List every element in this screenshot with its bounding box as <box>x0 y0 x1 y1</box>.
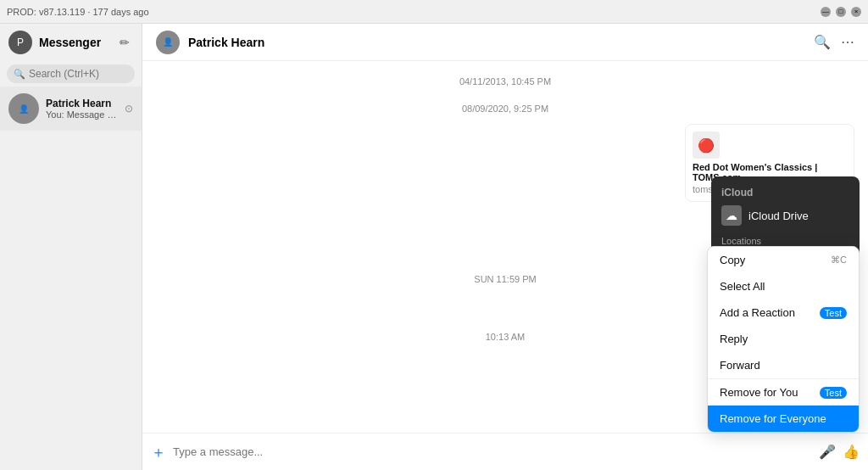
emoji-button[interactable]: 🎤 <box>819 444 836 460</box>
icloud-title: iCloud <box>721 187 849 199</box>
select-all-label: Select All <box>720 280 765 293</box>
close-button[interactable]: × <box>851 7 861 17</box>
locations-title: Locations <box>721 236 849 246</box>
icloud-drive-label: iCloud Drive <box>748 210 809 222</box>
context-remove-everyone[interactable]: Remove for Everyone <box>708 406 859 432</box>
conv-avatar: 👤 <box>8 93 39 124</box>
context-add-reaction[interactable]: Add a Reaction Test <box>708 299 859 326</box>
message-input[interactable] <box>173 445 812 458</box>
sidebar: P Messenger ✏ 🔍 👤 Patrick Hearn You: Mes… <box>0 24 142 470</box>
add-reaction-label: Add a Reaction <box>720 306 795 319</box>
icloud-drive-row[interactable]: ☁ iCloud Drive <box>721 205 849 226</box>
icloud-drive-icon: ☁ <box>721 205 742 226</box>
chat-header-actions: 🔍 ⋯ <box>814 34 854 50</box>
search-icon: 🔍 <box>14 69 25 80</box>
conv-name: Patrick Hearn <box>46 98 118 109</box>
conversation-item[interactable]: 👤 Patrick Hearn You: Message · Just now … <box>0 87 142 131</box>
remove-you-label: Remove for You <box>720 386 798 399</box>
conv-info: Patrick Hearn You: Message · Just now <box>46 98 118 120</box>
chat-search-button[interactable]: 🔍 <box>814 34 831 50</box>
settings-icon[interactable]: ⊙ <box>125 103 133 115</box>
input-actions: 🎤 👍 <box>819 444 860 460</box>
date-divider-2: 08/09/2020, 9:25 PM <box>156 104 854 114</box>
context-copy[interactable]: Copy ⌘C <box>708 247 859 273</box>
context-select-all[interactable]: Select All <box>708 273 859 299</box>
chat-header: 👤 Patrick Hearn 🔍 ⋯ <box>142 24 868 61</box>
reply-label: Reply <box>720 333 748 345</box>
sidebar-header: P Messenger ✏ <box>0 24 142 61</box>
context-remove-you[interactable]: Remove for You Test <box>708 379 859 406</box>
chat-header-avatar: 👤 <box>156 31 180 54</box>
titlebar: PROD: v87.13.119 · 177 days ago — □ × <box>0 0 868 24</box>
remove-everyone-label: Remove for Everyone <box>720 412 826 425</box>
window-controls[interactable]: — □ × <box>821 7 861 17</box>
conv-preview: You: Message · Just now <box>46 109 118 120</box>
maximize-button[interactable]: □ <box>836 7 846 17</box>
copy-shortcut: ⌘C <box>831 255 847 266</box>
copy-label: Copy <box>720 254 745 266</box>
remove-you-badge: Test <box>820 387 847 399</box>
chat-more-button[interactable]: ⋯ <box>841 34 854 50</box>
date-divider-1: 04/11/2013, 10:45 PM <box>156 76 854 87</box>
search-input[interactable] <box>29 68 156 80</box>
compose-icon: ✏ <box>120 36 130 49</box>
user-avatar: P <box>8 31 32 54</box>
reaction-badge: Test <box>820 307 847 319</box>
context-reply[interactable]: Reply <box>708 326 859 352</box>
context-forward[interactable]: Forward <box>708 352 859 378</box>
add-attachment-button[interactable]: ＋ <box>151 442 166 462</box>
titlebar-version: PROD: v87.13.119 · 177 days ago <box>7 7 149 17</box>
search-bar[interactable]: 🔍 <box>7 64 135 83</box>
chat-header-name: Patrick Hearn <box>188 36 805 49</box>
chat-input-bar: ＋ 🎤 👍 <box>142 433 868 470</box>
app-body: P Messenger ✏ 🔍 👤 Patrick Hearn You: Mes… <box>0 24 868 470</box>
context-menu: Copy ⌘C Select All Add a Reaction Test R… <box>707 246 860 433</box>
link-card-icon: 🔴 <box>693 131 720 159</box>
minimize-button[interactable]: — <box>821 7 831 17</box>
like-button[interactable]: 👍 <box>843 444 860 460</box>
forward-label: Forward <box>720 359 760 372</box>
app-title: Messenger <box>39 36 109 49</box>
chat-area: 👤 Patrick Hearn 🔍 ⋯ 04/11/2013, 10:45 PM… <box>142 24 868 470</box>
compose-button[interactable]: ✏ <box>116 34 133 51</box>
